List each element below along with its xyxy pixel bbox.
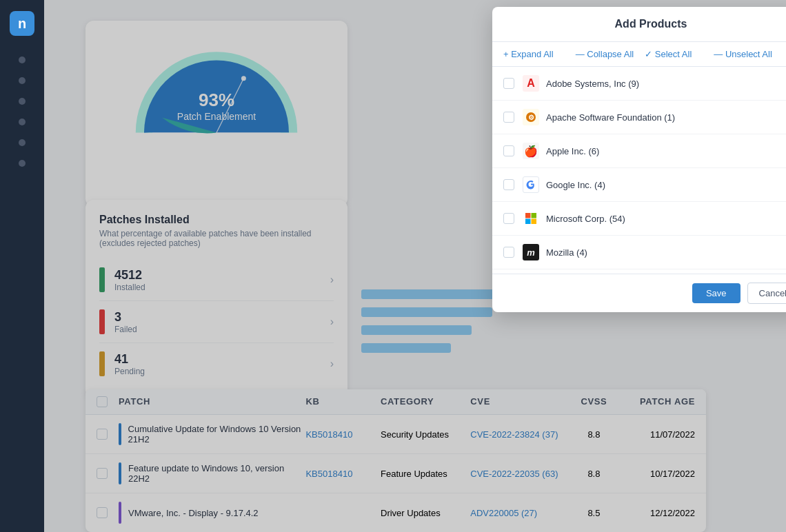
save-button[interactable]: Save [692,283,740,303]
select-all-button[interactable]: ✓ Select All [645,49,692,59]
adobe-checkbox[interactable] [503,78,514,89]
nav-dot-5[interactable] [19,139,26,146]
add-products-modal: Add Products + Expand All — Collapse All… [492,7,786,312]
mozilla-name: Mozilla (4) [546,247,587,258]
main-content: 93% Patch Enablement Patches Installed W… [44,0,786,532]
modal-title: Add Products [615,18,687,30]
apache-checkbox[interactable] [503,112,514,123]
list-item[interactable]: ⚙ Apache Software Foundation (1) [492,101,786,134]
microsoft-logo-icon [523,210,539,227]
microsoft-name: Microsoft Corp. (54) [546,214,625,224]
list-item[interactable]: m Mozilla (4) [492,236,786,269]
google-name: Google Inc. (4) [546,180,605,190]
nav-dot-2[interactable] [19,77,26,84]
apple-checkbox[interactable] [503,145,514,156]
collapse-all-button[interactable]: — Collapse All [576,49,634,59]
mozilla-checkbox[interactable] [503,247,514,258]
nav-dot-3[interactable] [19,98,26,105]
app-logo[interactable]: n [10,11,34,36]
mozilla-logo-icon: m [523,244,539,260]
svg-rect-6 [525,213,531,218]
sidebar: n [0,0,44,532]
expand-all-button[interactable]: + Expand All [503,49,554,59]
apple-logo-icon: 🍎 [523,143,539,159]
modal-toolbar: + Expand All — Collapse All ✓ Select All… [492,42,786,67]
svg-text:⚙: ⚙ [528,114,534,121]
company-list: A Adobe Systems, Inc (9) ⚙ Apache Softwa… [492,67,786,274]
modal-header: Add Products [492,7,786,42]
list-item[interactable]: Microsoft Corp. (54) [492,202,786,236]
adobe-logo-icon: A [523,75,539,92]
modal-footer: Save Cancel [492,274,786,312]
nav-dot-6[interactable] [19,160,26,167]
nav-dot-4[interactable] [19,119,26,125]
svg-rect-9 [532,219,537,225]
google-logo-icon [523,176,539,193]
list-item[interactable]: 🍎 Apple Inc. (6) [492,134,786,168]
adobe-name: Adobe Systems, Inc (9) [546,79,639,89]
microsoft-checkbox[interactable] [503,213,514,224]
nav-dot-1[interactable] [19,57,26,63]
google-checkbox[interactable] [503,179,514,190]
svg-rect-7 [532,213,537,218]
apple-name: Apple Inc. (6) [546,146,599,156]
apache-logo-icon: ⚙ [523,109,539,125]
svg-rect-8 [525,219,531,225]
unselect-all-button[interactable]: — Unselect All [714,49,772,59]
list-item[interactable]: Google Inc. (4) [492,168,786,202]
apache-name: Apache Software Foundation (1) [546,112,675,123]
cancel-button[interactable]: Cancel [747,283,786,304]
list-item[interactable]: A Adobe Systems, Inc (9) [492,67,786,101]
